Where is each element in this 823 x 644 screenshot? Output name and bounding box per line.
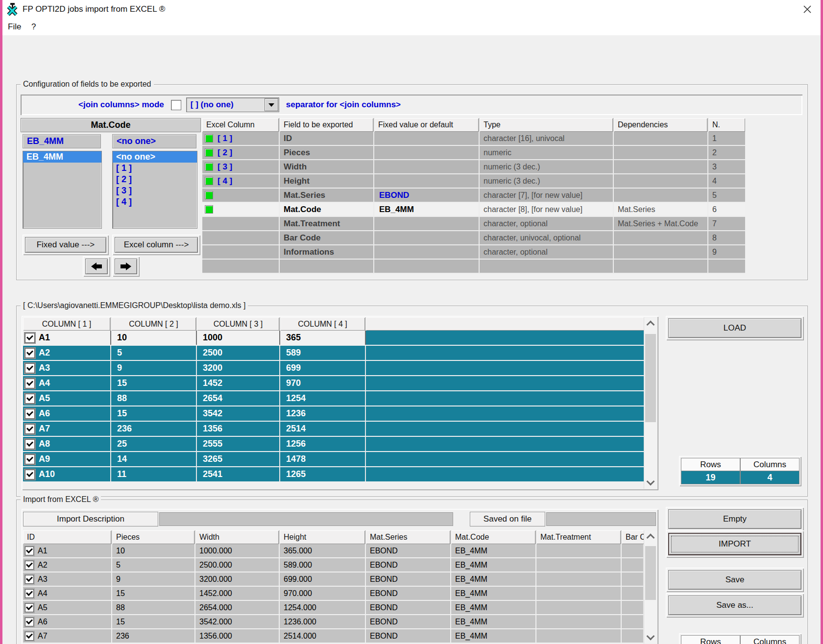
row-checkbox[interactable]: [25, 470, 35, 479]
row-checkbox[interactable]: [25, 394, 35, 404]
table-row[interactable]: [202, 260, 745, 274]
vertical-scrollbar[interactable]: [644, 317, 657, 489]
mapped-indicator: [205, 148, 213, 157]
close-button[interactable]: [796, 0, 819, 19]
table-row[interactable]: A7 236 1356 2514: [23, 422, 644, 437]
row-checkbox[interactable]: [25, 409, 35, 419]
arrow-right-icon: [121, 262, 131, 270]
import-button[interactable]: IMPORT: [668, 533, 801, 555]
scroll-up-arrow[interactable]: [644, 531, 657, 544]
scroll-up-arrow[interactable]: [644, 318, 657, 331]
table-row[interactable]: A4 15 1452.000 970.000 EBOND EB_4MM: [23, 587, 644, 601]
table-row[interactable]: A3 9 3200 699: [23, 361, 644, 376]
empty-button[interactable]: Empty: [668, 509, 801, 529]
table-row[interactable]: A8 25 2555 1256: [23, 437, 644, 452]
matcode-values-listbox[interactable]: EB_4MM: [23, 151, 102, 229]
table-row[interactable]: Mat.Code EB_4MM character [8], [for new …: [202, 203, 745, 217]
join-mode-label: <join columns> mode: [78, 100, 164, 110]
dropdown-arrow-button[interactable]: [265, 98, 278, 111]
row-checkbox[interactable]: [25, 439, 35, 449]
column-header: N.: [708, 118, 745, 132]
save-button[interactable]: Save: [668, 570, 801, 590]
table-row[interactable]: A5 88 2654 1254: [23, 391, 644, 406]
table-row[interactable]: [ 1 ] ID character [16], univocal 1: [202, 132, 745, 146]
scroll-down-arrow[interactable]: [644, 630, 657, 643]
table-row[interactable]: A1 10 1000 365: [23, 331, 644, 346]
row-checkbox[interactable]: [25, 632, 34, 641]
table-row[interactable]: A6 15 3542 1236: [23, 406, 644, 422]
previous-field-button[interactable]: [85, 259, 108, 274]
columns-label: Columns: [740, 458, 799, 471]
fixed-value-button[interactable]: Fixed value --->: [25, 237, 106, 253]
row-checkbox[interactable]: [25, 561, 34, 570]
scroll-down-arrow[interactable]: [644, 475, 657, 488]
table-row[interactable]: Mat.Treatment character, optional Mat.Se…: [202, 217, 745, 231]
scrollbar-thumb[interactable]: [645, 334, 656, 422]
excel-preview-header: COLUMN [ 1 ] COLUMN [ 2 ] COLUMN [ 3 ] C…: [23, 317, 657, 331]
table-row[interactable]: Bar Code character, univocal, optional 8: [202, 231, 745, 245]
table-row[interactable]: [ 4 ] Height numeric (3 dec.) 4: [202, 174, 745, 189]
matcode-current-value: EB_4MM: [23, 134, 101, 148]
join-mode-checkbox[interactable]: [171, 100, 181, 110]
row-checkbox[interactable]: [25, 618, 34, 626]
table-row[interactable]: A6 15 3542.000 1236.000 EBOND EB_4MM: [23, 615, 644, 629]
list-item[interactable]: <no one>: [113, 151, 197, 163]
table-row[interactable]: A4 15 1452 970: [23, 376, 644, 391]
table-row[interactable]: A3 9 3200.000 699.000 EBOND EB_4MM: [23, 572, 644, 587]
separator-dropdown-value: [ ] (no one): [187, 100, 265, 110]
row-checkbox[interactable]: [25, 363, 35, 373]
menu-item-help[interactable]: ?: [28, 19, 39, 35]
menu-item-file[interactable]: File: [5, 19, 24, 35]
config-legend: Configuration of fields to be exported: [21, 80, 154, 89]
title-bar: FP OPTI2D jobs import from EXCEL ®: [0, 0, 823, 19]
vertical-scrollbar[interactable]: [644, 530, 657, 644]
separator-dropdown[interactable]: [ ] (no one): [186, 97, 279, 112]
table-row[interactable]: A1 10 1000.000 365.000 EBOND EB_4MM: [23, 544, 644, 558]
table-row[interactable]: [ 2 ] Pieces numeric 2: [202, 146, 745, 160]
matcode-selected-column: <no one>: [112, 134, 196, 148]
list-item[interactable]: [ 1 ]: [113, 163, 197, 174]
row-checkbox[interactable]: [25, 454, 35, 464]
mapped-indicator: [205, 191, 213, 199]
save-as-button[interactable]: Save as...: [668, 596, 801, 615]
row-checkbox[interactable]: [25, 575, 34, 584]
table-row[interactable]: A10 11 2541 1265: [23, 467, 644, 482]
excel-preview-panel: COLUMN [ 1 ] COLUMN [ 2 ] COLUMN [ 3 ] C…: [22, 316, 658, 490]
scrollbar-thumb[interactable]: [645, 546, 656, 600]
list-item[interactable]: EB_4MM: [23, 151, 101, 163]
check-icon: [26, 425, 33, 431]
list-item[interactable]: [ 3 ]: [113, 185, 197, 196]
table-row[interactable]: [ 3 ] Width numeric (3 dec.) 3: [202, 160, 745, 174]
row-checkbox[interactable]: [25, 424, 35, 434]
rows-count: 19: [681, 471, 740, 484]
list-item[interactable]: [ 2 ]: [113, 174, 197, 185]
row-checkbox[interactable]: [25, 547, 34, 555]
load-button[interactable]: LOAD: [668, 318, 801, 338]
table-row[interactable]: A2 5 2500.000 589.000 EBOND EB_4MM: [23, 558, 644, 572]
row-checkbox[interactable]: [25, 589, 34, 598]
next-field-button[interactable]: [115, 259, 137, 274]
field-mapping-body: [ 1 ] ID character [16], univocal 1 [ 2 …: [202, 132, 745, 274]
import-description-input[interactable]: [159, 512, 453, 526]
table-row[interactable]: A7 236 1356.000 2514.000 EBOND EB_4MM: [23, 629, 644, 644]
table-row[interactable]: Mat.Series EBOND character [7], [for new…: [202, 189, 745, 203]
row-checkbox[interactable]: [25, 379, 35, 388]
row-checkbox[interactable]: [25, 603, 34, 612]
check-icon: [26, 618, 33, 624]
row-checkbox[interactable]: [25, 333, 35, 343]
table-row[interactable]: Informations character, optional 9: [202, 245, 745, 260]
list-item[interactable]: [ 4 ]: [113, 196, 197, 208]
import-rows-columns-panel: Rows Columns 19 9: [679, 633, 801, 644]
matcode-columns-listbox[interactable]: <no one> [ 1 ] [ 2 ] [ 3 ] [ 4 ]: [112, 151, 197, 229]
columns-label: Columns: [740, 635, 799, 644]
row-checkbox[interactable]: [25, 348, 35, 358]
table-row[interactable]: A9 14 3265 1478: [23, 452, 644, 467]
excel-preview-body: A1 10 1000 365 A2: [23, 331, 644, 489]
table-row[interactable]: A5 88 2654.000 1254.000 EBOND EB_4MM: [23, 601, 644, 615]
excel-column-button[interactable]: Excel column --->: [115, 237, 198, 253]
rows-label: Rows: [681, 635, 740, 644]
table-row[interactable]: A2 5 2500 589: [23, 346, 644, 361]
check-icon: [26, 632, 33, 639]
config-groupbox: Configuration of fields to be exported <…: [16, 84, 808, 280]
saved-on-file-field[interactable]: [546, 512, 656, 526]
